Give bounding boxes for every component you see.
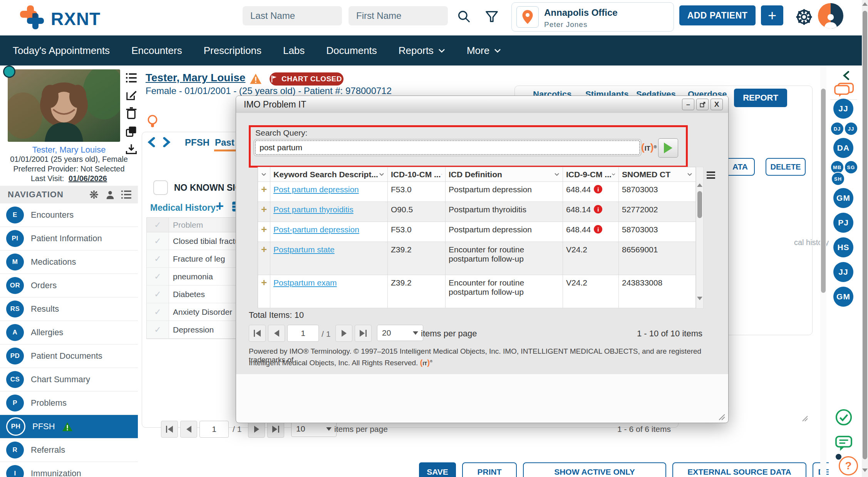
page-scrollbar[interactable] — [862, 0, 868, 477]
report-button[interactable]: REPORT — [734, 89, 787, 107]
external-source-data-button[interactable]: EXTERNAL SOURCE DATA — [672, 462, 806, 477]
nav-list-icon[interactable] — [121, 190, 132, 199]
first-name-input[interactable] — [349, 6, 448, 25]
expand-row-icon[interactable]: + — [258, 182, 270, 202]
copy-icon[interactable] — [126, 126, 137, 137]
keyword-column-header[interactable]: Keyword Search Descript... — [270, 167, 388, 182]
rxnt-logo[interactable] — [18, 5, 47, 32]
provider-avatar[interactable]: SG — [845, 161, 857, 173]
expand-row-icon[interactable]: + — [258, 202, 270, 222]
lightbulb-icon[interactable] — [146, 115, 159, 129]
nav-prescriptions[interactable]: Prescriptions — [204, 45, 261, 57]
sidebar-item-referrals[interactable]: R Referrals — [0, 438, 138, 462]
provider-avatar[interactable]: JJ — [833, 99, 853, 119]
sidebar-item-orders[interactable]: OR Orders — [0, 274, 138, 297]
minimize-button[interactable]: – — [682, 99, 694, 110]
patient-name-link[interactable]: Tester, Mary Louise — [0, 145, 138, 155]
sidebar-item-patient-information[interactable]: PI Patient Information — [0, 227, 138, 250]
diagnosis-link[interactable]: Post partum thyroiditis — [273, 205, 354, 214]
info-icon[interactable]: i — [594, 185, 602, 193]
modal-next-page-button[interactable] — [335, 325, 352, 342]
provider-avatar[interactable]: HS — [833, 237, 853, 257]
nav-gear-icon[interactable] — [89, 189, 99, 200]
sidebar-item-results[interactable]: RS Results — [0, 297, 138, 321]
diagnosis-link[interactable]: Post-partum depression — [273, 225, 359, 234]
delete-trash-icon[interactable] — [126, 107, 137, 119]
snomed-column-header[interactable]: SNOMED CT — [619, 167, 696, 182]
print-button[interactable]: PRINT — [462, 462, 517, 477]
expand-row-icon[interactable]: + — [258, 222, 270, 242]
add-patient-button[interactable]: ADD PATIENT — [679, 5, 756, 25]
provider-avatar[interactable]: GM — [833, 188, 853, 208]
provider-avatar[interactable]: DJ — [831, 123, 843, 135]
nav-reports[interactable]: Reports — [399, 45, 445, 57]
diagnosis-link[interactable]: Postpartum exam — [273, 278, 337, 287]
show-active-only-button[interactable]: SHOW ACTIVE ONLY — [523, 462, 666, 477]
edit-icon[interactable] — [126, 89, 137, 101]
table-scrollbar[interactable] — [696, 167, 704, 309]
check-icon[interactable]: ✓ — [147, 232, 169, 250]
modal-prev-page-button[interactable] — [268, 325, 285, 342]
nav-documents[interactable]: Documents — [326, 45, 377, 57]
next-page-button[interactable] — [248, 421, 265, 438]
first-page-button[interactable] — [161, 421, 178, 438]
provider-avatar[interactable]: JJ — [845, 123, 857, 135]
expand-row-icon[interactable]: + — [258, 275, 270, 308]
messages-icon[interactable] — [834, 82, 854, 98]
collapse-rail-icon[interactable] — [842, 71, 850, 80]
last-page-button[interactable] — [267, 421, 284, 438]
sidebar-item-encounters[interactable]: E Encounters — [0, 203, 138, 227]
modal-last-page-button[interactable] — [355, 325, 372, 342]
last-visit-date-link[interactable]: 01/06/2026 — [69, 174, 107, 183]
sidebar-item-allergies[interactable]: A Allergies — [0, 321, 138, 344]
user-avatar[interactable] — [818, 3, 843, 29]
expand-row-icon[interactable]: + — [258, 242, 270, 275]
icd-definition-column-header[interactable]: ICD Definition — [446, 167, 563, 182]
sidebar-item-medications[interactable]: M Medications — [0, 250, 138, 274]
info-icon[interactable]: i — [594, 205, 602, 213]
check-icon[interactable]: ✓ — [147, 268, 169, 285]
tab-pfsh[interactable]: PFSH — [185, 137, 209, 148]
filter-icon[interactable] — [484, 9, 499, 24]
modal-page-number-input[interactable] — [287, 325, 319, 342]
help-widget[interactable]: ? — [836, 454, 857, 475]
diagnosis-link[interactable]: Post partum depression — [273, 185, 359, 194]
search-query-input[interactable] — [254, 139, 641, 156]
chevron-left-icon[interactable] — [147, 137, 156, 147]
patient-title-link[interactable]: Tester, Mary Louise — [146, 72, 245, 84]
save-button[interactable]: SAVE — [419, 462, 456, 477]
icd10-column-header[interactable]: ICD-10-CM ... — [388, 167, 446, 182]
resize-grip-icon[interactable] — [801, 415, 808, 422]
check-icon[interactable]: ✓ — [147, 286, 169, 303]
provider-avatar[interactable]: DA — [833, 138, 853, 158]
content-scrollbar[interactable] — [820, 66, 826, 477]
nav-person-icon[interactable] — [105, 189, 116, 200]
add-medical-history-icon[interactable]: + — [216, 198, 224, 214]
nav-todays-appointments[interactable]: Today's Appointments — [13, 45, 110, 57]
page-number-input[interactable] — [199, 421, 229, 438]
sidebar-item-problems[interactable]: P Problems — [0, 391, 138, 415]
provider-avatar[interactable]: GM — [833, 287, 853, 307]
chat-icon[interactable] — [835, 435, 853, 452]
nav-encounters[interactable]: Encounters — [131, 45, 182, 57]
no-known-checkbox[interactable] — [153, 180, 168, 195]
check-icon[interactable]: ✓ — [147, 250, 169, 267]
prev-page-button[interactable] — [180, 421, 197, 438]
close-button[interactable]: X — [710, 99, 723, 110]
settings-gear-icon[interactable] — [795, 8, 813, 26]
restore-button[interactable] — [696, 99, 709, 110]
column-menu-icon[interactable] — [707, 170, 715, 180]
sidebar-item-patient-documents[interactable]: PD Patient Documents — [0, 344, 138, 368]
search-icon[interactable] — [457, 9, 471, 24]
icd9-column-header[interactable]: ICD-9-CM ... — [563, 167, 619, 182]
modal-resize-grip-icon[interactable] — [717, 413, 725, 420]
quick-add-button[interactable]: + — [761, 5, 783, 25]
sidebar-item-chart-summary[interactable]: CS Chart Summary — [0, 368, 138, 391]
provider-avatar[interactable]: SH — [831, 172, 845, 186]
items-per-page-select[interactable]: 10 — [291, 421, 337, 437]
modal-titlebar[interactable]: IMO Problem IT – X — [236, 96, 728, 113]
check-icon[interactable]: ✓ — [147, 303, 169, 321]
provider-avatar[interactable]: PJ — [833, 213, 853, 233]
info-icon[interactable]: i — [594, 225, 602, 233]
delete-button-side[interactable]: DELETE — [766, 158, 806, 176]
